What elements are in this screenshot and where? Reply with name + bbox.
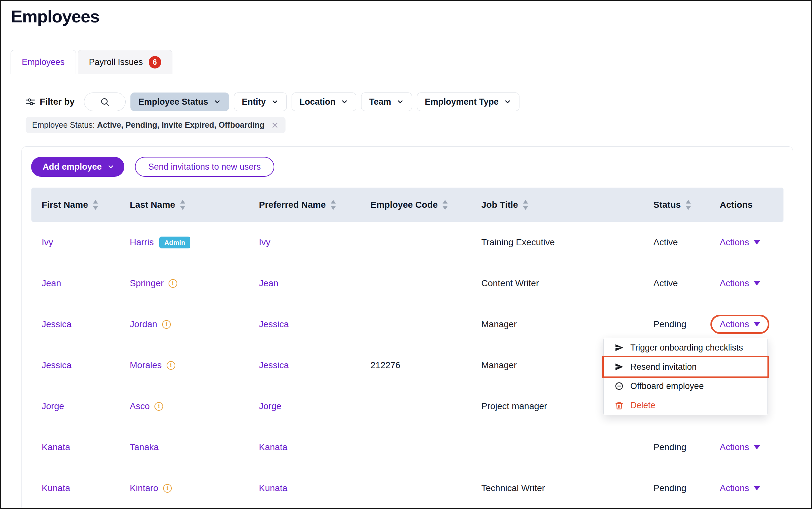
actions-label: Actions [720, 319, 749, 330]
job-title-cell: Content Writer [481, 278, 653, 289]
preferred-name-link[interactable]: Ivy [259, 237, 271, 247]
row-actions-button[interactable]: Actions [720, 319, 760, 330]
status-cell: Pending [653, 319, 720, 330]
preferred-name-link[interactable]: Kanata [259, 442, 287, 452]
preferred-name-link[interactable]: Jean [259, 278, 278, 289]
chip-label: Employee Status: [32, 121, 95, 129]
job-title-cell: Training Executive [481, 237, 653, 247]
first-name-link[interactable]: Jorge [42, 401, 64, 411]
first-name-link[interactable]: Kanata [42, 442, 70, 452]
column-header-first-name[interactable]: First Name [31, 199, 130, 210]
first-name-link[interactable]: Jessica [42, 360, 71, 370]
first-name-cell: Ivy [31, 237, 130, 247]
first-name-cell: Jean [31, 278, 130, 289]
filter-button-location[interactable]: Location [291, 93, 357, 111]
preferred-name-cell: Jorge [259, 401, 370, 411]
last-name-link[interactable]: Tanaka [130, 442, 159, 452]
info-icon[interactable]: i [162, 320, 171, 329]
actions-cell: Actions [720, 237, 783, 247]
preferred-name-link[interactable]: Jorge [259, 401, 281, 411]
column-header-employee-code[interactable]: Employee Code [370, 199, 481, 210]
first-name-link[interactable]: Kunata [42, 483, 70, 493]
preferred-name-cell: Jessica [259, 319, 370, 330]
column-header-preferred-name[interactable]: Preferred Name [259, 199, 370, 210]
table-row: IvyHarrisAdminIvyTraining ExecutiveActiv… [31, 222, 783, 263]
menu-item-delete[interactable]: Delete [604, 396, 768, 415]
tab-employees[interactable]: Employees [10, 50, 76, 74]
active-filter-chip: Employee Status: Active, Pending, Invite… [26, 117, 285, 133]
first-name-cell: Kunata [31, 483, 130, 493]
actions-cell: Actions [720, 483, 783, 493]
last-name-cell: Springeri [130, 278, 259, 289]
actions-cell: Actions [720, 315, 783, 334]
chevron-down-icon [107, 163, 115, 171]
menu-item-label: Trigger onboarding checklists [630, 343, 743, 353]
preferred-name-cell: Kunata [259, 483, 370, 493]
last-name-link[interactable]: Kintaro [130, 483, 158, 493]
chevron-down-icon [271, 98, 279, 106]
filter-by-label: Filter by [26, 97, 75, 107]
column-header-job-title[interactable]: Job Title [481, 199, 653, 210]
last-name-link[interactable]: Harris [130, 237, 154, 247]
info-icon[interactable]: i [163, 484, 172, 493]
sort-icon [180, 199, 186, 210]
filter-button-entity[interactable]: Entity [234, 93, 287, 111]
info-icon[interactable]: i [168, 279, 177, 288]
filter-button-employment-type[interactable]: Employment Type [417, 93, 520, 111]
sort-icon [330, 199, 337, 210]
employee-code-cell: 212276 [370, 360, 481, 370]
first-name-cell: Jessica [31, 319, 130, 330]
search-button[interactable] [84, 93, 126, 111]
add-employee-label: Add employee [42, 162, 102, 172]
send-invitations-button[interactable]: Send invitations to new users [135, 157, 274, 177]
filter-buttons: Employee StatusEntityLocationTeamEmploym… [130, 93, 520, 111]
column-header-status[interactable]: Status [653, 199, 720, 210]
last-name-link[interactable]: Jordan [130, 319, 157, 330]
table-row: KanataTanakaKanataPendingActions [31, 427, 783, 468]
menu-item-trigger-onboarding-checklists[interactable]: Trigger onboarding checklists [604, 338, 768, 357]
last-name-link[interactable]: Springer [130, 278, 164, 289]
preferred-name-cell: Jean [259, 278, 370, 289]
chip-value: Active, Pending, Invite Expired, Offboar… [97, 121, 264, 129]
close-icon[interactable] [271, 121, 279, 129]
menu-item-label: Delete [630, 401, 655, 410]
preferred-name-link[interactable]: Jessica [259, 360, 289, 370]
column-header-actions: Actions [720, 200, 783, 210]
actions-cell: Actions [720, 278, 783, 289]
row-actions-button[interactable]: Actions [720, 442, 760, 452]
last-name-link[interactable]: Asco [130, 401, 150, 411]
info-icon[interactable]: i [167, 361, 175, 370]
filter-button-employee-status[interactable]: Employee Status [130, 93, 229, 111]
chip-text: Employee Status: Active, Pending, Invite… [32, 121, 264, 130]
first-name-link[interactable]: Jessica [42, 319, 71, 330]
first-name-link[interactable]: Jean [42, 278, 61, 289]
menu-item-resend-invitation[interactable]: Resend invitation [604, 357, 768, 376]
column-header-label: Job Title [481, 200, 518, 210]
column-header-last-name[interactable]: Last Name [130, 199, 259, 210]
row-actions-button[interactable]: Actions [720, 237, 760, 247]
admin-badge: Admin [159, 237, 190, 248]
menu-item-offboard-employee[interactable]: Offboard employee [604, 376, 768, 396]
annotation-circle: Actions [711, 315, 770, 334]
minus-circle-icon [615, 382, 624, 391]
preferred-name-link[interactable]: Kunata [259, 483, 287, 493]
first-name-cell: Jorge [31, 401, 130, 411]
preferred-name-link[interactable]: Jessica [259, 319, 289, 330]
row-actions-button[interactable]: Actions [720, 483, 760, 493]
caret-down-icon [754, 445, 760, 449]
actions-label: Actions [720, 442, 749, 452]
first-name-link[interactable]: Ivy [42, 237, 53, 247]
search-icon [100, 97, 110, 107]
filter-button-team[interactable]: Team [361, 93, 412, 111]
add-employee-button[interactable]: Add employee [31, 157, 124, 177]
preferred-name-cell: Jessica [259, 360, 370, 370]
preferred-name-cell: Kanata [259, 442, 370, 452]
row-actions-button[interactable]: Actions [720, 278, 760, 289]
table-row: JeanSpringeriJeanContent WriterActiveAct… [31, 263, 783, 304]
status-cell: Active [653, 237, 720, 247]
page-title: Employees [11, 6, 811, 26]
actions-label: Actions [720, 483, 749, 493]
last-name-link[interactable]: Morales [130, 360, 162, 370]
tab-payroll-issues[interactable]: Payroll Issues6 [78, 50, 173, 74]
info-icon[interactable]: i [154, 402, 163, 411]
